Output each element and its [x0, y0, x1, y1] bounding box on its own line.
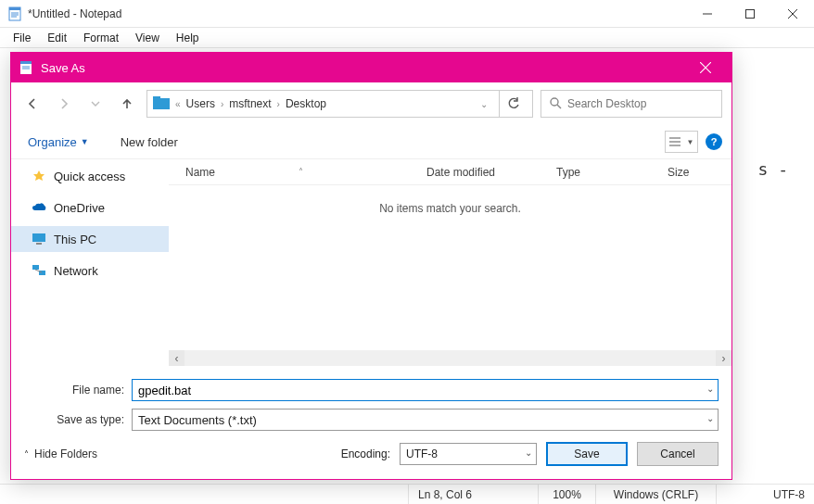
svg-rect-26	[32, 265, 39, 270]
svg-rect-25	[36, 243, 42, 245]
status-lncol: Ln 8, Col 6	[408, 485, 538, 505]
organize-button[interactable]: Organize▼	[20, 132, 96, 153]
menubar: File Edit Format View Help	[0, 28, 814, 48]
svg-rect-6	[746, 9, 755, 18]
column-headers: Name˄ Date modified Type Size	[169, 159, 731, 185]
svg-rect-17	[153, 96, 160, 100]
menu-help[interactable]: Help	[169, 30, 207, 46]
dialog-footer: ˄ Hide Folders Encoding: UTF-8 ⌄ Save Ca…	[11, 435, 731, 479]
sidebar-item-network[interactable]: Network	[11, 258, 169, 284]
search-input[interactable]	[567, 97, 714, 110]
svg-point-18	[551, 98, 558, 106]
status-eol: Windows (CRLF)	[595, 485, 716, 505]
svg-line-19	[557, 105, 561, 108]
savetype-row: Save as type: Text Documents (*.txt) ⌄	[11, 405, 731, 435]
monitor-icon	[32, 232, 46, 246]
sort-asc-icon: ˄	[299, 167, 303, 177]
save-button[interactable]: Save	[546, 442, 628, 466]
help-button[interactable]: ?	[706, 133, 722, 150]
dialog-close-button[interactable]	[687, 53, 724, 82]
chevron-down-icon[interactable]: ⌄	[525, 447, 532, 458]
toolbar: Organize▼ New folder ▼ ?	[11, 125, 731, 158]
new-folder-button[interactable]: New folder	[113, 132, 185, 153]
sidebar: Quick access OneDrive This PC Network	[11, 159, 169, 366]
filename-input[interactable]	[138, 384, 712, 397]
dialog-titlebar: Save As	[11, 53, 731, 82]
nav-row: « Users › msftnext › Desktop ⌄	[11, 82, 731, 125]
sidebar-item-this-pc[interactable]: This PC	[11, 226, 169, 252]
svg-rect-11	[20, 61, 32, 64]
chevron-down-icon[interactable]: ⌄	[706, 413, 714, 423]
filename-label: File name:	[24, 384, 132, 397]
sidebar-item-label: Quick access	[54, 170, 125, 183]
empty-message: No items match your search.	[169, 185, 731, 350]
folder-icon	[153, 96, 170, 112]
minimize-button[interactable]	[686, 0, 729, 28]
savetype-select[interactable]: Text Documents (*.txt) ⌄	[132, 409, 719, 431]
status-zoom: 100%	[538, 485, 595, 505]
notepad-icon	[7, 6, 22, 21]
scroll-left-icon[interactable]: ‹	[169, 350, 184, 366]
nav-recent-button[interactable]	[83, 92, 108, 116]
hide-folders-button[interactable]: ˄ Hide Folders	[24, 447, 97, 460]
svg-rect-24	[32, 233, 45, 242]
nav-back-button[interactable]	[20, 92, 45, 116]
cancel-button[interactable]: Cancel	[637, 442, 719, 466]
address-bar[interactable]: « Users › msftnext › Desktop ⌄	[146, 90, 533, 118]
statusbar: Ln 8, Col 6 100% Windows (CRLF) UTF-8	[0, 484, 814, 504]
search-box[interactable]	[541, 90, 722, 118]
encoding-select[interactable]: UTF-8 ⌄	[400, 443, 537, 465]
titlebar: *Untitled - Notepad	[0, 0, 814, 28]
chevron-up-icon: ˄	[24, 449, 29, 460]
sidebar-item-label: This PC	[54, 233, 96, 246]
browser-area: Quick access OneDrive This PC Network Na…	[11, 158, 731, 366]
menu-edit[interactable]: Edit	[40, 30, 74, 46]
menu-format[interactable]: Format	[76, 30, 126, 46]
col-type[interactable]: Type	[556, 166, 668, 179]
menu-file[interactable]: File	[6, 30, 38, 46]
menu-view[interactable]: View	[128, 30, 167, 46]
savetype-value: Text Documents (*.txt)	[138, 413, 257, 427]
filename-input-wrap[interactable]: ⌄	[132, 379, 719, 401]
encoding-label: Encoding:	[341, 447, 390, 460]
chevron-down-icon: ▼	[81, 137, 89, 146]
sidebar-item-quick-access[interactable]: Quick access	[11, 163, 169, 189]
nav-forward-button[interactable]	[52, 92, 76, 116]
col-size[interactable]: Size	[668, 166, 731, 179]
horizontal-scrollbar[interactable]: ‹ ›	[169, 350, 731, 366]
sidebar-item-onedrive[interactable]: OneDrive	[11, 195, 169, 220]
filename-row: File name: ⌄	[11, 375, 731, 405]
window-title: *Untitled - Notepad	[28, 7, 686, 20]
save-as-dialog: Save As « Users › msftnext › Desktop ⌄ O…	[10, 52, 732, 480]
sidebar-item-label: OneDrive	[54, 201, 105, 215]
notepad-icon	[19, 60, 33, 75]
window-controls	[686, 0, 814, 28]
chevron-left-icon: «	[175, 99, 181, 109]
savetype-label: Save as type:	[24, 413, 132, 426]
nav-up-button[interactable]	[115, 92, 139, 116]
scroll-right-icon[interactable]: ›	[716, 350, 731, 366]
col-date[interactable]: Date modified	[426, 166, 556, 179]
chevron-down-icon[interactable]: ⌄	[706, 384, 714, 394]
crumb-msftnext[interactable]: msftnext	[229, 97, 271, 110]
sidebar-item-label: Network	[54, 264, 98, 278]
col-name[interactable]: Name˄	[185, 166, 426, 179]
search-icon	[549, 96, 562, 112]
cloud-icon	[32, 200, 46, 215]
file-list: Name˄ Date modified Type Size No items m…	[169, 159, 731, 366]
star-icon	[32, 169, 46, 183]
maximize-button[interactable]	[729, 0, 771, 28]
encoding-value: UTF-8	[406, 447, 438, 460]
chevron-right-icon: ›	[221, 99, 223, 109]
view-options-button[interactable]: ▼	[665, 131, 698, 153]
crumb-desktop[interactable]: Desktop	[286, 97, 326, 110]
network-icon	[32, 263, 46, 278]
refresh-button[interactable]	[499, 91, 527, 117]
chevron-right-icon: ›	[277, 99, 280, 109]
chevron-down-icon[interactable]: ⌄	[480, 99, 488, 109]
editor-text-fragment: s -	[757, 159, 788, 179]
svg-rect-1	[9, 7, 20, 10]
dialog-title: Save As	[41, 61, 687, 75]
close-button[interactable]	[771, 0, 814, 28]
crumb-users[interactable]: Users	[186, 97, 215, 110]
